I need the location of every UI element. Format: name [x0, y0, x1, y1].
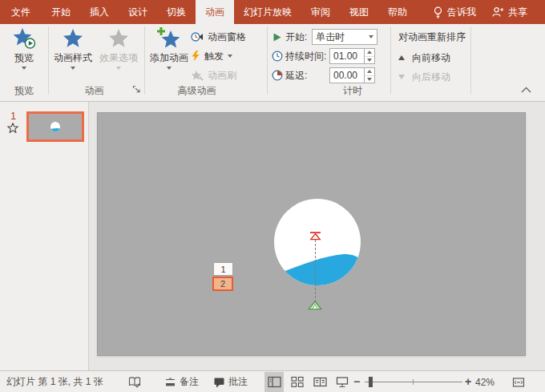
workspace: 1 1 2 — [0, 102, 545, 370]
thumbnail-ball-shape — [50, 121, 61, 132]
animation-pane-button[interactable]: 动画窗格 — [191, 29, 246, 45]
motion-path-dashed-line[interactable] — [315, 240, 316, 302]
delay-field-label: 延迟: — [285, 70, 307, 81]
inner-separator — [390, 26, 391, 94]
slide-editing-area: 1 2 — [89, 102, 545, 370]
duration-value: 01.00 — [330, 49, 364, 63]
animation-dialog-launcher-icon[interactable] — [132, 85, 141, 94]
animation-badge-1[interactable]: 1 — [213, 262, 233, 276]
slideshow-view-button[interactable] — [333, 372, 352, 392]
collapse-ribbon-chevron-icon[interactable] — [521, 87, 531, 93]
tab-animations[interactable]: 动画 — [196, 0, 234, 24]
preview-star-icon — [11, 26, 37, 51]
add-animation-dropdown-caret — [167, 67, 172, 70]
fit-slide-to-window-button[interactable] — [509, 372, 528, 392]
duration-spin-up[interactable] — [365, 49, 374, 57]
tab-home[interactable]: 开始 — [42, 0, 80, 24]
tab-design[interactable]: 设计 — [119, 0, 157, 24]
notes-icon — [164, 377, 176, 387]
comments-icon — [213, 377, 225, 388]
powerpoint-window: 文件 开始 插入 设计 切换 动画 幻灯片放映 审阅 视图 帮助 告诉我 — [0, 0, 545, 392]
zoom-level[interactable]: 42% — [475, 372, 495, 392]
animation-styles-button[interactable]: 动画样式 — [50, 26, 95, 80]
move-later-icon — [398, 75, 405, 79]
reading-view-button[interactable] — [310, 372, 329, 392]
zoom-slider-track[interactable] — [365, 382, 462, 382]
start-combo-caret — [369, 35, 373, 38]
reorder-animation-header: 对动画重新排序 — [398, 31, 466, 42]
tab-help[interactable]: 帮助 — [378, 0, 417, 24]
person-icon — [492, 6, 504, 18]
delay-spin-down[interactable] — [365, 76, 374, 83]
ribbon-tab-bar: 文件 开始 插入 设计 切换 动画 幻灯片放映 审阅 视图 帮助 告诉我 — [0, 0, 545, 24]
effect-options-dropdown-caret — [116, 67, 121, 70]
trigger-button[interactable]: 触发 — [191, 48, 232, 64]
spellcheck-icon — [128, 376, 141, 388]
delay-clock-icon — [272, 70, 283, 81]
duration-spin-down[interactable] — [365, 57, 374, 64]
tell-me-button[interactable]: 告诉我 — [425, 0, 484, 24]
slide-counter: 幻灯片 第 1 张, 共 1 张 — [6, 372, 103, 392]
status-bar: 幻灯片 第 1 张, 共 1 张 备注 批注 — [0, 370, 545, 392]
zoom-slider-handle[interactable] — [369, 377, 373, 387]
slide-number: 1 — [10, 110, 16, 122]
trigger-icon — [191, 51, 200, 62]
tab-transitions[interactable]: 切换 — [157, 0, 196, 24]
animation-painter-icon — [191, 70, 204, 81]
zoom-slider-center-tick — [413, 379, 414, 385]
tab-view[interactable]: 视图 — [340, 0, 378, 24]
fit-window-icon — [512, 377, 525, 388]
group-separator — [470, 26, 471, 95]
animation-pane-icon — [191, 31, 204, 42]
delay-spinbox[interactable]: 00.00 — [329, 67, 375, 83]
notes-toggle-button[interactable]: 备注 — [164, 372, 199, 392]
animation-badge-2-selected[interactable]: 2 — [212, 277, 233, 291]
effect-options-star-icon — [107, 26, 130, 51]
animations-ribbon: 预览 预览 动画样式 效果选项 动画 — [0, 24, 545, 102]
tab-file[interactable]: 文件 — [0, 0, 42, 24]
add-animation-button[interactable]: 添加动画 — [147, 26, 192, 80]
add-animation-star-icon — [156, 26, 182, 51]
group-label-timing: 计时 — [305, 84, 401, 96]
ball-shape[interactable] — [273, 198, 361, 286]
move-earlier-icon — [398, 55, 405, 60]
tab-insert[interactable]: 插入 — [80, 0, 119, 24]
delay-value: 00.00 — [330, 68, 364, 83]
group-label-animation: 动画 — [48, 84, 140, 96]
zoom-out-button[interactable]: − — [353, 372, 360, 392]
group-separator — [144, 26, 145, 95]
animation-indicator-star-icon[interactable] — [7, 123, 18, 133]
preview-dropdown-caret — [22, 67, 26, 70]
comments-toggle-button[interactable]: 批注 — [213, 372, 248, 392]
animation-style-star-icon — [62, 26, 84, 51]
tab-slideshow[interactable]: 幻灯片放映 — [234, 0, 301, 24]
start-play-icon — [273, 33, 281, 42]
trigger-dropdown-caret — [228, 55, 232, 58]
preview-button[interactable]: 预览 — [2, 26, 46, 80]
animation-styles-dropdown-caret — [71, 67, 75, 70]
start-combobox[interactable]: 单击时 — [312, 29, 377, 45]
duration-spinbox[interactable]: 01.00 — [329, 48, 375, 64]
group-label-preview: 预览 — [0, 84, 48, 96]
spellcheck-button[interactable] — [128, 372, 141, 392]
motion-path-start-icon[interactable] — [308, 301, 322, 310]
share-button[interactable]: 共享 — [484, 0, 535, 24]
animation-painter-button: 动画刷 — [191, 67, 236, 83]
slide-1-thumbnail[interactable] — [26, 111, 84, 142]
duration-clock-icon — [272, 51, 283, 62]
zoom-in-button[interactable]: + — [465, 372, 471, 392]
lightbulb-icon — [433, 6, 443, 18]
move-later-button: 向后移动 — [398, 69, 450, 85]
normal-view-icon — [268, 376, 281, 388]
slideshow-icon — [336, 376, 349, 388]
delay-spin-up[interactable] — [365, 68, 374, 76]
duration-field-label: 持续时间: — [285, 51, 326, 62]
move-earlier-button[interactable]: 向前移动 — [398, 50, 450, 66]
normal-view-button[interactable] — [264, 372, 284, 392]
effect-options-button: 效果选项 — [95, 26, 142, 80]
slide-sorter-icon — [291, 376, 304, 388]
tab-review[interactable]: 审阅 — [301, 0, 340, 24]
start-field-label: 开始: — [285, 31, 307, 42]
reading-view-icon — [313, 376, 327, 388]
slide-sorter-view-button[interactable] — [288, 372, 307, 392]
